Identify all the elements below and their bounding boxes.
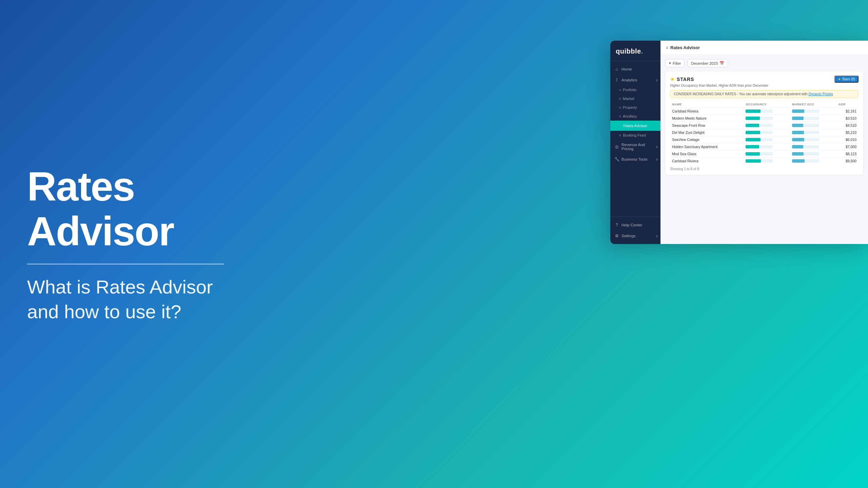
- cell-adr: $6,010: [836, 136, 859, 143]
- sidebar-item-portfolio[interactable]: Portfolio: [610, 85, 660, 94]
- home-icon: ⌂: [614, 67, 619, 72]
- sub-bullet-icon: [619, 89, 621, 91]
- analytics-icon: ⤴: [614, 78, 619, 82]
- filter-button[interactable]: ▾ Filter: [665, 59, 685, 67]
- cell-occupancy: [744, 136, 790, 143]
- sidebar-item-analytics[interactable]: ⤴ Analytics: [610, 75, 660, 85]
- stars-badge-button[interactable]: ★ Stars (8): [834, 76, 859, 83]
- logo-area: quibble.: [610, 41, 660, 61]
- table-header-row: NAME OCCUPANCY MARKET OCC ADR: [670, 101, 859, 108]
- cell-market-occ: [790, 143, 836, 150]
- sub-bullet-icon: [619, 135, 621, 136]
- stars-badge-label: Stars (8): [842, 77, 855, 81]
- sidebar-item-label: Portfolio: [623, 88, 636, 92]
- stars-title: STARS: [677, 77, 694, 82]
- col-header-occupancy: OCCUPANCY: [744, 101, 790, 108]
- cell-name: Seascape Front Row: [670, 122, 744, 129]
- cell-adr: $7,000: [836, 143, 859, 150]
- sidebar-item-label: Home: [622, 67, 632, 71]
- cell-occupancy: [744, 115, 790, 122]
- filter-icon: ▾: [669, 61, 671, 65]
- cell-market-occ: [790, 122, 836, 129]
- top-bar-icon: ≡: [666, 45, 668, 50]
- sidebar-item-ancillary[interactable]: Ancillary: [610, 112, 660, 121]
- col-header-name: NAME: [670, 101, 744, 108]
- top-bar: ≡ Rates Advisor: [660, 41, 868, 55]
- sidebar-item-booking-feed[interactable]: Booking Feed: [610, 131, 660, 140]
- sidebar-item-settings[interactable]: ⚙ Settings: [610, 230, 660, 241]
- stars-subtitle: Higher Occupancy than Market, Higher ADR…: [670, 84, 859, 87]
- main-content: ≡ Rates Advisor ▾ Filter December 2023 📅: [660, 41, 868, 244]
- logo: quibble.: [616, 47, 655, 55]
- sidebar-footer: ? Help Center ⚙ Settings: [610, 217, 660, 244]
- consider-text: CONSIDER INCREASING DAILY RATES - You ca…: [674, 92, 808, 96]
- cell-market-occ: [790, 129, 836, 136]
- sidebar-item-label: Property: [623, 105, 637, 109]
- table-row: Del Mar Zuni Delight$5,210: [670, 129, 859, 136]
- cell-name: Mod Sea Glass: [670, 150, 744, 158]
- dynamic-pricing-link[interactable]: Dynamic Pricing: [808, 92, 833, 96]
- cell-name: Modern Meets Nature: [670, 115, 744, 122]
- sidebar-item-label: Settings: [622, 234, 636, 238]
- tools-icon: 🔧: [614, 157, 619, 162]
- cell-occupancy: [744, 150, 790, 158]
- settings-icon: ⚙: [614, 233, 619, 238]
- app-window: quibble. ⌂ Home ⤴ Analytics Portfolio Ma: [610, 41, 868, 244]
- sub-bullet-icon: [619, 116, 621, 117]
- sidebar-item-market[interactable]: Market: [610, 94, 660, 103]
- table-row: Carlsbad Riviera$2,161: [670, 108, 859, 115]
- sidebar-item-label: Business Tools: [622, 157, 648, 161]
- date-picker-button[interactable]: December 2023 📅: [687, 59, 728, 67]
- sidebar-nav: ⌂ Home ⤴ Analytics Portfolio Market Prop…: [610, 61, 660, 217]
- star-icon: ★: [670, 76, 675, 82]
- cell-market-occ: [790, 108, 836, 115]
- sidebar-item-label: Analytics: [622, 78, 637, 82]
- sidebar-item-label: Booking Feed: [623, 133, 646, 137]
- cell-name: SeaView Cottage: [670, 136, 744, 143]
- table-row: SeaView Cottage$6,010: [670, 136, 859, 143]
- rates-table: NAME OCCUPANCY MARKET OCC ADR Carlsbad R…: [670, 101, 859, 164]
- cell-occupancy: [744, 122, 790, 129]
- sidebar-item-rates-advisor[interactable]: Rates Advisor: [610, 121, 660, 131]
- subtitle: What is Rates Advisor and how to use it?: [27, 275, 264, 324]
- sidebar-item-label: Ancillary: [623, 114, 637, 118]
- cell-market-occ: [790, 158, 836, 165]
- cell-market-occ: [790, 150, 836, 158]
- date-label: December 2023: [691, 61, 717, 65]
- table-row: Modern Meets Nature$3,510: [670, 115, 859, 122]
- sidebar-item-business-tools[interactable]: 🔧 Business Tools: [610, 154, 660, 165]
- cell-occupancy: [744, 129, 790, 136]
- table-row: Seascape Front Row$4,510: [670, 122, 859, 129]
- consider-bar: CONSIDER INCREASING DAILY RATES - You ca…: [670, 90, 859, 98]
- sidebar-item-revenue-and-pricing[interactable]: ◎ Revenue And Pricing: [610, 140, 660, 154]
- main-title: Rates Advisor: [27, 164, 264, 253]
- stars-card: ★ STARS ★ Stars (8) Higher Occupancy tha…: [665, 72, 863, 175]
- col-header-market-occ: MARKET OCC: [790, 101, 836, 108]
- showing-text: Showing 1 to 8 of 8: [670, 167, 859, 171]
- logo-dot: .: [641, 47, 643, 55]
- sidebar-item-label: Help Center: [622, 223, 642, 227]
- sidebar-item-help-center[interactable]: ? Help Center: [610, 220, 660, 230]
- sidebar-item-home[interactable]: ⌂ Home: [610, 64, 660, 75]
- cell-name: Carlsbad Riviera: [670, 108, 744, 115]
- stars-title-row: ★ STARS: [670, 76, 694, 82]
- divider: [27, 264, 224, 265]
- left-content-area: Rates Advisor What is Rates Advisor and …: [27, 164, 264, 324]
- cell-name: Carlsbad Riviera: [670, 158, 744, 165]
- filter-label: Filter: [673, 61, 681, 65]
- cell-name: Del Mar Zuni Delight: [670, 129, 744, 136]
- page-title: Rates Advisor: [670, 45, 700, 50]
- content-area: ▾ Filter December 2023 📅 ★ STARS ★: [660, 55, 868, 244]
- cell-adr: $5,210: [836, 129, 859, 136]
- cell-adr: $8,123: [836, 150, 859, 158]
- table-row: Hidden Sanctuary Apartment$7,000: [670, 143, 859, 150]
- sidebar-item-property[interactable]: Property: [610, 103, 660, 112]
- cell-market-occ: [790, 115, 836, 122]
- cell-occupancy: [744, 143, 790, 150]
- table-row: Carlsbad Riviera$9,500: [670, 158, 859, 165]
- sidebar-item-label: Revenue And Pricing: [622, 143, 656, 151]
- sub-bullet-icon: [619, 125, 621, 127]
- sub-bullet-icon: [619, 107, 621, 108]
- table-row: Mod Sea Glass$8,123: [670, 150, 859, 158]
- help-icon: ?: [614, 223, 619, 227]
